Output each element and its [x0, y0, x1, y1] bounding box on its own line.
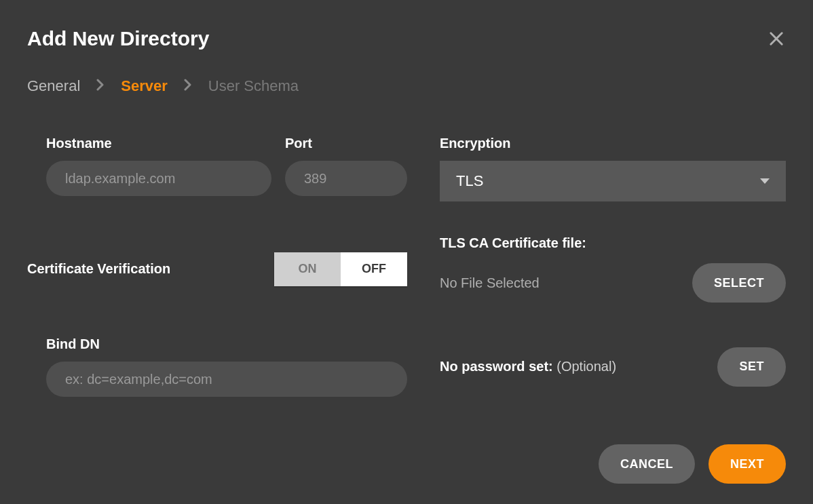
- toggle-on[interactable]: ON: [274, 252, 341, 286]
- tls-ca-file-row: No File Selected SELECT: [440, 263, 786, 303]
- password-status-bold: No password set:: [440, 359, 553, 374]
- toggle-off[interactable]: OFF: [341, 252, 407, 286]
- password-row: No password set: (Optional) SET: [440, 347, 786, 387]
- breadcrumb-server[interactable]: Server: [121, 77, 168, 95]
- hostname-input[interactable]: [46, 161, 271, 196]
- cert-verify-toggle[interactable]: ON OFF: [274, 252, 407, 286]
- bind-dn-label: Bind DN: [46, 336, 407, 352]
- form-area: Hostname Port Encryption TLS Certificate…: [27, 136, 786, 397]
- footer-buttons: CANCEL NEXT: [599, 444, 786, 484]
- page-title: Add New Directory: [27, 27, 209, 50]
- bind-dn-input[interactable]: [46, 362, 407, 397]
- tls-ca-status: No File Selected: [440, 275, 540, 291]
- password-status: No password set: (Optional): [440, 359, 616, 374]
- password-status-optional: (Optional): [556, 359, 616, 374]
- select-file-button[interactable]: SELECT: [692, 263, 786, 303]
- cert-verify-row: Certificate Verification ON OFF: [27, 235, 407, 303]
- port-field-group: Port: [285, 136, 407, 196]
- encryption-select[interactable]: TLS: [440, 161, 786, 201]
- breadcrumb-general[interactable]: General: [27, 77, 80, 95]
- host-port-row: Hostname Port: [27, 136, 407, 201]
- add-directory-modal: Add New Directory General Server User Sc…: [0, 0, 813, 504]
- cert-verify-label: Certificate Verification: [27, 261, 170, 277]
- chevron-right-icon: [184, 77, 192, 95]
- chevron-right-icon: [96, 77, 105, 95]
- encryption-field-group: Encryption TLS: [440, 136, 786, 201]
- tls-ca-label: TLS CA Certificate file:: [440, 235, 786, 251]
- modal-header: Add New Directory: [27, 27, 786, 50]
- set-password-button[interactable]: SET: [717, 347, 786, 387]
- hostname-field-group: Hostname: [27, 136, 271, 196]
- caret-down-icon: [760, 178, 770, 184]
- hostname-label: Hostname: [46, 136, 271, 151]
- next-button[interactable]: NEXT: [708, 444, 786, 484]
- bind-dn-field-group: Bind DN: [27, 336, 407, 397]
- port-input[interactable]: [285, 161, 407, 196]
- tls-ca-block: TLS CA Certificate file: No File Selecte…: [440, 235, 786, 303]
- close-button[interactable]: [767, 29, 786, 48]
- breadcrumb-user-schema: User Schema: [208, 77, 299, 95]
- cancel-button[interactable]: CANCEL: [599, 444, 695, 484]
- port-label: Port: [285, 136, 407, 151]
- breadcrumb: General Server User Schema: [27, 77, 786, 95]
- close-icon: [767, 29, 786, 48]
- encryption-label: Encryption: [440, 136, 786, 151]
- encryption-value: TLS: [456, 172, 483, 190]
